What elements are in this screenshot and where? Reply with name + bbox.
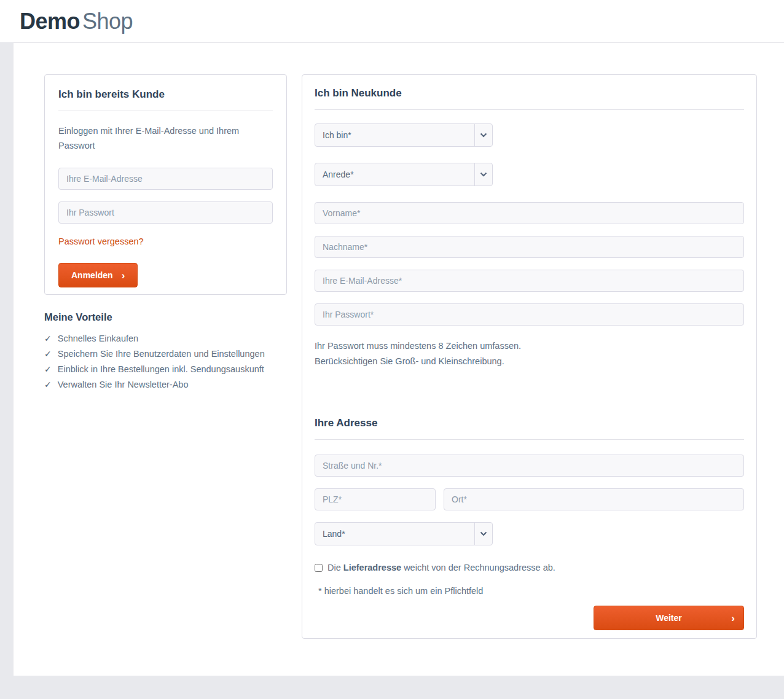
shop-logo[interactable]: DemoShop (20, 9, 133, 34)
login-panel-divider (58, 111, 273, 111)
city-input[interactable] (444, 488, 744, 510)
password-hint-line2: Berücksichtigen Sie Groß- und Kleinschre… (315, 354, 744, 369)
login-description: Einloggen mit Ihrer E-Mail-Adresse und I… (58, 123, 249, 153)
password-hint: Ihr Passwort muss mindestens 8 Zeichen u… (315, 338, 744, 369)
login-password-input[interactable] (58, 201, 273, 224)
chevron-down-icon (474, 124, 492, 146)
check-icon: ✓ (44, 349, 52, 359)
benefits-section: Meine Vorteile ✓ Schnelles Einkaufen ✓ S… (44, 311, 302, 395)
street-input[interactable] (315, 455, 744, 477)
benefits-title: Meine Vorteile (44, 311, 302, 323)
shipping-address-checkbox-row: Die Lieferadresse weicht von der Rechnun… (315, 563, 744, 572)
register-panel: Ich bin Neukunde Ich bin* Anrede* Ihr Pa… (302, 74, 757, 639)
benefit-label: Schnelles Einkaufen (58, 334, 138, 343)
logo-text-shop: Shop (82, 9, 133, 34)
benefit-label: Einblick in Ihre Bestellungen inkl. Send… (58, 364, 264, 374)
address-section-title: Ihre Adresse (315, 417, 744, 429)
shipping-checkbox-label-bold: Lieferadresse (343, 563, 401, 572)
shipping-checkbox-label: Die Lieferadresse weicht von der Rechnun… (327, 563, 555, 572)
continue-button[interactable]: Weiter › (594, 606, 744, 630)
salutation-value: Anrede* (315, 163, 474, 185)
continue-button-label: Weiter (656, 613, 682, 623)
customer-type-value: Ich bin* (315, 124, 474, 146)
login-button-label: Anmelden (71, 270, 113, 280)
chevron-right-icon: › (122, 270, 125, 281)
list-item: ✓ Verwalten Sie Ihr Newsletter-Abo (44, 380, 302, 389)
required-field-note: * hierbei handelt es sich um ein Pflicht… (315, 586, 744, 596)
shipping-address-checkbox[interactable] (315, 564, 323, 572)
list-item: ✓ Einblick in Ihre Bestellungen inkl. Se… (44, 364, 302, 374)
salutation-select[interactable]: Anrede* (315, 163, 493, 186)
list-item: ✓ Speichern Sie Ihre Benutzerdaten und E… (44, 349, 302, 359)
first-name-input[interactable] (315, 202, 744, 224)
check-icon: ✓ (44, 364, 52, 374)
login-panel: Ich bin bereits Kunde Einloggen mit Ihre… (44, 74, 287, 295)
check-icon: ✓ (44, 334, 52, 343)
customer-type-select[interactable]: Ich bin* (315, 123, 493, 147)
content-container: Ich bin bereits Kunde Einloggen mit Ihre… (14, 43, 784, 676)
check-icon: ✓ (44, 380, 52, 389)
header: DemoShop (0, 0, 784, 43)
last-name-input[interactable] (315, 236, 744, 258)
list-item: ✓ Schnelles Einkaufen (44, 334, 302, 343)
chevron-down-icon (474, 163, 492, 185)
login-button[interactable]: Anmelden › (58, 263, 138, 287)
register-panel-title: Ich bin Neukunde (315, 87, 744, 100)
zip-input[interactable] (315, 488, 436, 510)
zip-city-row (315, 488, 744, 510)
country-select[interactable]: Land* (315, 522, 493, 545)
chevron-down-icon (474, 523, 492, 545)
password-hint-line1: Ihr Passwort muss mindestens 8 Zeichen u… (315, 338, 744, 354)
chevron-right-icon: › (731, 613, 735, 623)
address-section-divider (315, 439, 744, 440)
forgot-password-link[interactable]: Passwort vergessen? (58, 236, 144, 246)
login-panel-title: Ich bin bereits Kunde (58, 88, 273, 101)
login-email-input[interactable] (58, 168, 273, 190)
benefit-label: Verwalten Sie Ihr Newsletter-Abo (58, 380, 189, 389)
register-email-input[interactable] (315, 270, 744, 292)
register-panel-divider (315, 109, 744, 110)
benefit-label: Speichern Sie Ihre Benutzerdaten und Ein… (58, 349, 265, 359)
register-password-input[interactable] (315, 303, 744, 326)
logo-text-demo: Demo (20, 9, 80, 34)
country-value: Land* (315, 523, 474, 545)
